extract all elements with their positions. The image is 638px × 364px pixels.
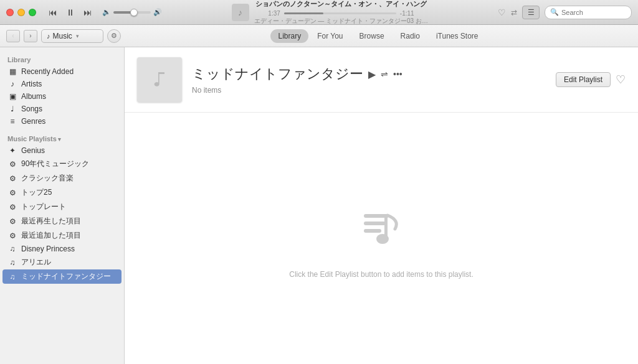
tab-browse[interactable]: Browse xyxy=(352,29,392,43)
sidebar-item-top25[interactable]: ⚙ トップ25 xyxy=(0,185,124,200)
search-icon: 🔍 xyxy=(550,8,559,16)
tab-itunes-store[interactable]: iTunes Store xyxy=(429,29,486,43)
smart-playlist-icon: ⚙ xyxy=(7,231,17,240)
sidebar-item-label: Genius xyxy=(21,146,45,155)
playlists-section-label[interactable]: Music Playlists xyxy=(0,131,124,144)
playlist-shuffle-button[interactable]: ⇌ xyxy=(381,69,388,79)
sidebar-item-label: トップ25 xyxy=(21,187,52,198)
sidebar-item-classic[interactable]: ⚙ クラシック音楽 xyxy=(0,171,124,185)
sidebar-item-label: ミッドナイトファンタジー xyxy=(21,271,111,282)
svg-rect-2 xyxy=(364,229,381,233)
albums-icon: ▣ xyxy=(7,92,17,101)
pause-button[interactable]: ⏸ xyxy=(64,6,77,19)
volume-slider[interactable] xyxy=(113,11,151,14)
shuffle-icon[interactable]: ⇄ xyxy=(511,8,517,17)
playlist-empty-message: No items xyxy=(192,86,546,95)
smart-playlist-icon: ⚙ xyxy=(7,174,17,183)
forward-button[interactable]: › xyxy=(24,30,37,42)
volume-low-icon: 🔈 xyxy=(102,8,111,16)
list-view-button[interactable]: ☰ xyxy=(522,6,540,19)
genres-icon: ≡ xyxy=(7,117,17,126)
title-bar-right: ♡ ⇄ ☰ 🔍 xyxy=(498,6,632,19)
smart-playlist-icon: ⚙ xyxy=(7,160,17,169)
track-subtitle: エディー・デューデン — ミッドナイト・ファンタジー03 おもい xyxy=(254,17,429,26)
heart-icon[interactable]: ♡ xyxy=(498,7,506,17)
empty-hint-text: Click the Edit Playlist button to add it… xyxy=(289,269,473,280)
playlist-more-button[interactable]: ••• xyxy=(393,69,402,79)
volume-area: 🔈 🔊 xyxy=(102,8,162,16)
playlist-play-button[interactable]: ▶ xyxy=(368,68,376,80)
tab-for-you[interactable]: For You xyxy=(310,29,350,43)
svg-rect-1 xyxy=(364,222,386,225)
recently-added-icon: ▦ xyxy=(7,67,17,76)
content-area: ミッドナイトファンタジー ▶ ⇌ ••• No items Edit Playl… xyxy=(125,47,638,364)
traffic-lights xyxy=(6,9,36,16)
edit-playlist-button[interactable]: Edit Playlist xyxy=(556,72,611,87)
sidebar-item-label: トップレート xyxy=(21,202,66,212)
now-playing: ♪ ショパンのノクターン～タイム・オン・、アイ・ハング 1:37 -1:11 エ… xyxy=(167,0,493,26)
smart-playlist-icon: ⚙ xyxy=(7,189,17,197)
svg-point-4 xyxy=(376,234,389,244)
sidebar-item-genius[interactable]: ✦ Genius xyxy=(0,144,124,157)
sidebar-item-midnight[interactable]: ♫ ミッドナイトファンタジー xyxy=(2,269,121,284)
playlist-info: ミッドナイトファンタジー ▶ ⇌ ••• No items xyxy=(192,65,546,95)
playlist-icon: ♫ xyxy=(7,273,17,281)
location-label: Music xyxy=(53,32,72,40)
search-input[interactable] xyxy=(561,9,626,16)
track-progress: 1:37 -1:11 xyxy=(268,10,414,17)
empty-state: Click the Edit Playlist button to add it… xyxy=(125,113,638,364)
sidebar-item-label: 最近再生した項目 xyxy=(21,216,81,226)
sidebar: Library ▦ Recently Added ♪ Artists ▣ Alb… xyxy=(0,47,125,364)
settings-button[interactable]: ⚙ xyxy=(107,29,121,43)
playlist-artwork xyxy=(137,57,182,102)
track-info: ショパンのノクターン～タイム・オン・、アイ・ハング 1:37 -1:11 エディ… xyxy=(254,0,429,26)
maximize-button[interactable] xyxy=(29,9,36,16)
sidebar-item-label: 90年代ミュージック xyxy=(21,159,89,169)
songs-icon: ♩ xyxy=(7,105,17,113)
sidebar-item-songs[interactable]: ♩ Songs xyxy=(0,103,124,115)
sidebar-item-label: 最近追加した項目 xyxy=(21,230,81,241)
tab-radio[interactable]: Radio xyxy=(393,29,427,43)
main-layout: Library ▦ Recently Added ♪ Artists ▣ Alb… xyxy=(0,47,638,364)
sidebar-item-ariel[interactable]: ♫ アリエル xyxy=(0,255,124,269)
playlist-title-row: ミッドナイトファンタジー ▶ ⇌ ••• xyxy=(192,65,546,83)
fast-forward-button[interactable]: ⏭ xyxy=(81,6,95,19)
time-remaining: -1:11 xyxy=(400,10,414,17)
sidebar-item-albums[interactable]: ▣ Albums xyxy=(0,90,124,103)
tab-navigation: Library For You Browse Radio iTunes Stor… xyxy=(125,29,632,43)
sidebar-item-label: クラシック音楽 xyxy=(21,173,74,184)
sidebar-item-artists[interactable]: ♪ Artists xyxy=(0,78,124,90)
search-bar: 🔍 xyxy=(545,6,632,19)
sidebar-item-recentadd[interactable]: ⚙ 最近追加した項目 xyxy=(0,228,124,243)
minimize-button[interactable] xyxy=(17,9,25,16)
tab-library[interactable]: Library xyxy=(270,29,308,43)
sidebar-item-label: Artists xyxy=(21,80,42,88)
favorite-heart-icon[interactable]: ♡ xyxy=(616,73,626,86)
svg-rect-3 xyxy=(384,215,388,237)
title-bar: ⏮ ⏸ ⏭ 🔈 🔊 ♪ ショパンのノクターン～タイム・オン・、アイ・ハング 1:… xyxy=(0,0,638,25)
music-note-icon: ♪ xyxy=(47,32,50,40)
progress-fill xyxy=(284,12,323,14)
album-art-small: ♪ xyxy=(232,4,249,21)
progress-bar[interactable] xyxy=(284,12,396,14)
smart-playlist-icon: ⚙ xyxy=(7,217,17,226)
close-button[interactable] xyxy=(6,9,14,16)
volume-high-icon: 🔊 xyxy=(153,8,162,16)
sidebar-item-toprate[interactable]: ⚙ トップレート xyxy=(0,200,124,214)
rewind-button[interactable]: ⏮ xyxy=(46,6,60,19)
back-button[interactable]: ‹ xyxy=(6,30,20,42)
location-selector[interactable]: ♪ Music ▾ xyxy=(41,29,103,43)
empty-music-icon xyxy=(350,197,412,259)
sidebar-item-disney[interactable]: ♫ Disney Princess xyxy=(0,243,124,255)
gear-icon: ⚙ xyxy=(111,32,117,40)
sidebar-item-label: Genres xyxy=(21,117,45,126)
sidebar-item-label: Songs xyxy=(21,105,42,113)
playlist-icon: ♫ xyxy=(7,245,17,253)
library-section-label: Library xyxy=(0,52,124,65)
sidebar-item-recently-added[interactable]: ▦ Recently Added xyxy=(0,65,124,78)
sidebar-item-recentplay[interactable]: ⚙ 最近再生した項目 xyxy=(0,214,124,228)
toolbar: ‹ › ♪ Music ▾ ⚙ Library For You Browse R… xyxy=(0,25,638,47)
sidebar-item-90s[interactable]: ⚙ 90年代ミュージック xyxy=(0,157,124,171)
sidebar-item-genres[interactable]: ≡ Genres xyxy=(0,115,124,128)
sidebar-item-label: Recently Added xyxy=(21,67,74,76)
